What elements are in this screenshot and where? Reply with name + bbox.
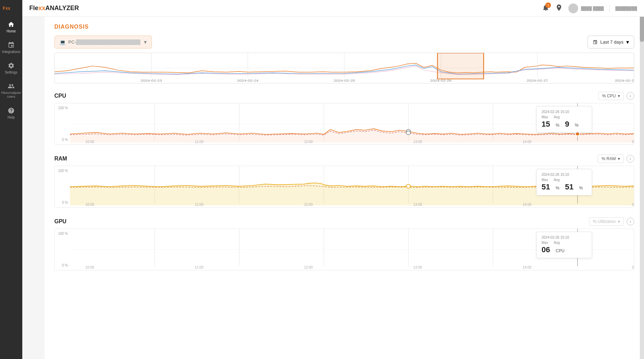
notification-count: 1 — [545, 2, 551, 8]
sidebar-item-home[interactable]: Home — [0, 17, 22, 37]
gpu-tooltip-date: 2024-02-26 15:10 — [542, 235, 587, 239]
ram-metric-label: % RAM — [601, 156, 616, 161]
ram-metric-selector[interactable]: % RAM ▾ — [598, 155, 624, 163]
ram-tooltip-avg-unit: % — [579, 186, 583, 190]
cpu-chart-area: 100 % 0 % — [54, 103, 634, 145]
calendar-icon — [593, 40, 598, 45]
ram-y-min: 0 % — [57, 201, 68, 204]
gpu-time-2: 12:00 — [304, 265, 313, 269]
cpu-y-axis: 100 % 0 % — [55, 103, 70, 144]
sidebar-label-home: Home — [7, 29, 16, 33]
sidebar-item-help[interactable]: Help — [0, 103, 22, 124]
overview-chart[interactable]: 2024-02-23 2024-02-24 2024-02-25 2024-02… — [54, 53, 634, 83]
date-range-selector[interactable]: Last 7 days ▾ — [588, 36, 635, 48]
ram-chart-header: RAM % RAM ▾ i — [54, 155, 634, 163]
ram-metric-chevron: ▾ — [618, 156, 620, 161]
svg-text:xx: xx — [6, 6, 10, 11]
cpu-tooltip-date: 2024-02-26 15:10 — [542, 110, 587, 114]
device-icon: 💻 — [60, 39, 66, 45]
user-name: ████ ████ — [581, 6, 604, 10]
cpu-plot: 10:00 11:00 12:00 13:00 14:00 0 2024-02-… — [70, 103, 634, 144]
cpu-info-button[interactable]: i — [627, 92, 634, 100]
ram-chart-controls: % RAM ▾ i — [598, 155, 634, 163]
user-info[interactable]: ████ ████ — [568, 3, 604, 13]
gpu-tooltip-max-unit: CPU — [555, 248, 564, 253]
gpu-chart-title: GPU — [54, 218, 67, 225]
gpu-metric-label: % Utilization — [593, 219, 616, 224]
ram-time-2: 12:00 — [304, 203, 313, 207]
ram-time-0: 10:00 — [85, 203, 94, 207]
cpu-time-labels: 10:00 11:00 12:00 13:00 14:00 0 — [85, 140, 634, 144]
sidebar: F xx Home Integrations Settings FlexxAna… — [0, 0, 22, 359]
gpu-time-labels: 10:00 11:00 12:00 13:00 14:00 0 — [85, 265, 634, 269]
gpu-metric-selector[interactable]: % Utilization ▾ — [589, 217, 624, 226]
sidebar-item-users[interactable]: FlexxAnalyzer Users — [0, 78, 22, 103]
cpu-tooltip-avg-val: 9 — [565, 120, 569, 129]
device-selector[interactable]: 💻 PC-████████████████████ ▾ — [54, 36, 152, 48]
cpu-tooltip-max-unit: % — [555, 123, 559, 128]
sidebar-item-settings[interactable]: Settings — [0, 58, 22, 78]
ram-plot: 10:00 11:00 12:00 13:00 14:00 0 2024-02-… — [70, 166, 634, 207]
gpu-plot: 10:00 11:00 12:00 13:00 14:00 0 2024-02-… — [70, 229, 634, 270]
cpu-end-dot — [575, 132, 580, 136]
cpu-y-max: 100 % — [57, 106, 68, 110]
gpu-time-1: 11:00 — [195, 265, 204, 269]
ram-time-labels: 10:00 11:00 12:00 13:00 14:00 0 — [85, 203, 634, 207]
gpu-chart-area: 100 % 0 % 10:00 11:00 1 — [54, 229, 634, 270]
overview-svg: 2024-02-23 2024-02-24 2024-02-25 2024-02… — [55, 53, 634, 83]
ram-time-5: 0 — [632, 203, 634, 207]
cpu-metric-chevron: ▾ — [618, 94, 620, 98]
gpu-time-0: 10:00 — [85, 265, 94, 269]
sidebar-logo-area: F xx — [0, 0, 22, 17]
svg-text:2024-02-25: 2024-02-25 — [334, 78, 355, 82]
gpu-time-3: 13:00 — [413, 265, 422, 269]
gpu-info-button[interactable]: i — [627, 218, 634, 225]
gpu-chart-section: GPU % Utilization ▾ i 100 % 0 % — [54, 217, 634, 270]
sidebar-label-users: FlexxAnalyzer Users — [0, 91, 22, 99]
cpu-chart-title: CPU — [54, 93, 66, 99]
ram-tooltip: 2024-02-26 15:10 Max Avg 51 % 51 % — [536, 169, 592, 195]
cpu-tooltip-avg-label: Avg — [554, 115, 560, 119]
nav-extra-link[interactable]: ████████ — [615, 6, 637, 10]
scrollbar-track[interactable] — [640, 0, 644, 359]
cpu-marker-2 — [406, 131, 411, 135]
cpu-metric-label: % CPU — [602, 94, 616, 98]
device-chevron-icon: ▾ — [144, 39, 147, 45]
ram-time-1: 11:00 — [195, 203, 204, 207]
topnav-right: 1 ████ ████ ████████ — [542, 3, 637, 13]
cpu-time-3: 13:00 — [413, 140, 422, 144]
gpu-tooltip-avg-label: Avg — [554, 241, 560, 245]
cpu-chart-controls: % CPU ▾ i — [598, 92, 634, 100]
gpu-metric-chevron: ▾ — [618, 219, 620, 224]
svg-text:2024-02-24: 2024-02-24 — [237, 78, 259, 82]
cpu-metric-selector[interactable]: % CPU ▾ — [598, 92, 624, 100]
top-navigation: FlexxANALYZER 1 ████ ████ ████████ — [22, 0, 644, 17]
ram-chart-title: RAM — [54, 156, 67, 162]
ram-marker — [406, 185, 411, 188]
app-logo: FlexxANALYZER — [29, 5, 79, 12]
gpu-time-4: 14:00 — [523, 265, 531, 269]
cpu-y-min: 0 % — [57, 138, 68, 142]
cpu-time-0: 10:00 — [85, 140, 94, 144]
ram-tooltip-max-unit: % — [555, 186, 559, 190]
device-name: PC-████████████████████ — [68, 39, 141, 45]
svg-text:2024-02-27: 2024-02-27 — [527, 78, 548, 82]
svg-text:2024-02-23: 2024-02-23 — [140, 78, 162, 82]
gpu-time-5: 0 — [632, 265, 634, 269]
notification-bell[interactable]: 1 — [542, 4, 550, 13]
gpu-y-axis: 100 % 0 % — [55, 229, 70, 270]
date-range-label: Last 7 days — [600, 39, 624, 45]
svg-text:2024-02-28: 2024-02-28 — [615, 78, 634, 82]
gpu-tooltip-max-val: 06 — [542, 245, 550, 254]
ram-y-max: 100 % — [57, 169, 68, 173]
overview-selection — [437, 53, 483, 79]
sidebar-item-integrations[interactable]: Integrations — [0, 37, 22, 58]
cpu-tooltip-max-val: 15 — [542, 120, 550, 129]
ram-info-button[interactable]: i — [627, 155, 634, 163]
ram-y-axis: 100 % 0 % — [55, 166, 70, 207]
ram-time-3: 13:00 — [413, 203, 422, 207]
ram-tooltip-max-label: Max — [542, 178, 548, 182]
filter-row: 💻 PC-████████████████████ ▾ Last 7 days … — [54, 36, 634, 48]
cpu-chart-header: CPU % CPU ▾ i — [54, 92, 634, 100]
gpu-y-max: 100 % — [57, 232, 68, 235]
